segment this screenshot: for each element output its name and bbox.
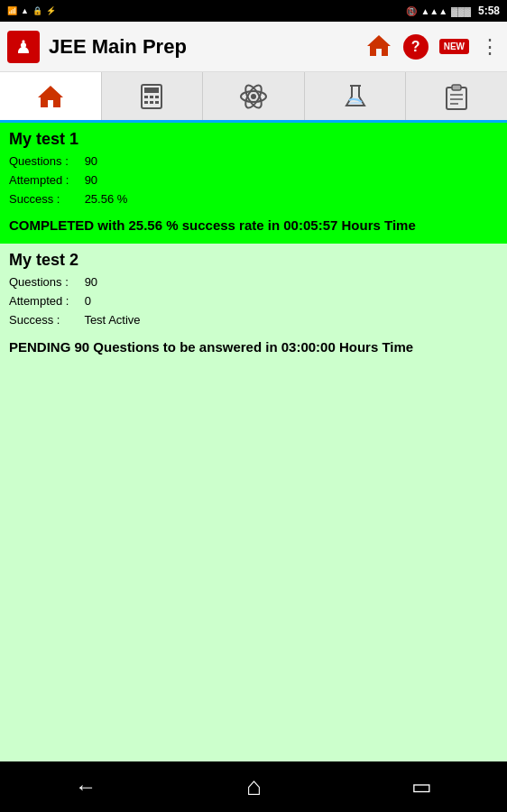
svg-marker-1: [38, 86, 63, 107]
app-header: ♟ JEE Main Prep ? NEW ⋮: [0, 22, 507, 72]
battery-icon: ▓▓▓: [451, 6, 471, 16]
status-bar: 📶 ▲ 🔒 ⚡ 📵 ▲▲▲ ▓▓▓ 5:58: [0, 0, 507, 22]
test1-attempted-row: Attempted : 90: [9, 171, 498, 190]
signal-icon: 📵: [406, 6, 417, 16]
svg-rect-6: [155, 96, 159, 98]
test2-attempted-row: Attempted : 0: [9, 292, 498, 311]
sim-icon: 📶: [7, 6, 17, 15]
svg-point-13: [251, 94, 256, 99]
content-filler: [0, 365, 507, 780]
secure-icon: 🔒: [32, 6, 42, 15]
test1-questions-row: Questions : 90: [9, 152, 498, 171]
recent-button[interactable]: ▭: [393, 767, 450, 807]
status-time: 5:58: [478, 5, 500, 17]
test2-questions-row: Questions : 90: [9, 273, 498, 292]
bottom-nav: ← ⌂ ▭: [0, 761, 507, 812]
menu-button[interactable]: ⋮: [480, 35, 500, 59]
home-button[interactable]: [365, 32, 392, 62]
test2-questions-value: 90: [85, 275, 97, 289]
test2-success-value: Test Active: [84, 313, 140, 327]
svg-rect-4: [144, 96, 148, 98]
app-title: JEE Main Prep: [49, 35, 365, 59]
new-badge[interactable]: NEW: [439, 39, 469, 54]
question-mark: ?: [411, 39, 420, 55]
sim2-icon: ▲: [21, 6, 29, 15]
tab-clipboard[interactable]: [406, 72, 507, 120]
help-button[interactable]: ?: [403, 34, 429, 60]
test1-attempted-value: 90: [85, 173, 97, 187]
test1-questions-value: 90: [85, 154, 97, 168]
svg-rect-8: [150, 101, 153, 104]
tab-atom[interactable]: [203, 72, 305, 120]
test2-attempted-value: 0: [85, 294, 91, 308]
test1-status-message: COMPLETED with 25.56 % success rate in 0…: [9, 214, 498, 236]
wifi-icon: ▲▲▲: [420, 6, 447, 16]
main-content: My test 1 Questions : 90 Attempted : 90 …: [0, 123, 507, 780]
app-logo: ♟: [7, 31, 40, 63]
test2-title: My test 2: [9, 251, 498, 270]
test-card-2[interactable]: My test 2 Questions : 90 Attempted : 0 S…: [0, 244, 507, 364]
svg-rect-3: [144, 88, 159, 93]
svg-marker-0: [367, 35, 391, 56]
svg-rect-9: [155, 101, 159, 104]
home-nav-button[interactable]: ⌂: [228, 765, 280, 808]
charging-icon: ⚡: [46, 6, 56, 15]
header-icons: ? NEW ⋮: [365, 32, 500, 62]
nav-tabs: [0, 72, 507, 123]
svg-rect-16: [452, 85, 461, 90]
tab-flask[interactable]: [305, 72, 407, 120]
logo-figure: ♟: [15, 36, 32, 58]
test1-title: My test 1: [9, 130, 498, 149]
test-card-1[interactable]: My test 1 Questions : 90 Attempted : 90 …: [0, 123, 507, 244]
svg-rect-7: [144, 101, 148, 104]
tab-home[interactable]: [0, 72, 102, 120]
test2-success-row: Success : Test Active: [9, 311, 498, 330]
test2-status-message: PENDING 90 Questions to be answered in 0…: [9, 336, 498, 358]
test1-success-row: Success : 25.56 %: [9, 190, 498, 209]
back-button[interactable]: ←: [57, 767, 115, 807]
test1-success-value: 25.56 %: [85, 192, 128, 206]
tab-calculator[interactable]: [102, 72, 204, 120]
svg-rect-5: [150, 96, 153, 98]
